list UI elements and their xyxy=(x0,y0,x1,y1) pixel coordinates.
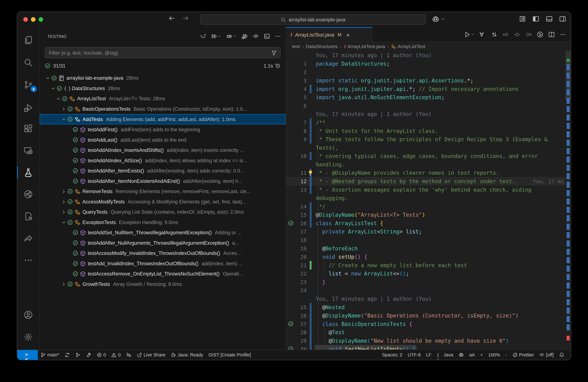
inline-blame-line[interactable]: You, 17 minutes ago | 1 author (You) xyxy=(286,295,571,303)
test-tree-item[interactable]: testAddFirst()addFirst(item) adds to the… xyxy=(40,124,286,135)
chevron-down-icon[interactable] xyxy=(60,117,67,121)
previous-change-button[interactable] xyxy=(503,31,509,38)
code-line-14[interactable]: 14 */ xyxy=(286,202,571,211)
current-change-button[interactable] xyxy=(514,31,520,38)
code-line-19[interactable]: 19 @BeforeEach xyxy=(286,244,571,253)
close-window-button[interactable] xyxy=(23,17,28,22)
panel-left-icon[interactable] xyxy=(532,15,539,22)
activity-bar-item-task-explorer[interactable] xyxy=(17,209,39,224)
code-line-12[interactable]: 12 * - @Nested groups tests by the metho… xyxy=(286,177,571,186)
status-warnings[interactable]: 0 xyxy=(109,350,123,360)
navigate-forward-button[interactable] xyxy=(182,15,189,22)
chevron-right-icon[interactable] xyxy=(60,189,67,194)
tab-arraylisttest-java[interactable]: J ArrayListTest.java M × xyxy=(286,27,372,42)
panel-right-icon[interactable] xyxy=(559,15,566,22)
show-output-button[interactable] xyxy=(264,33,270,39)
code-line-13[interactable]: 13 * - Assertion messages explain the 'w… xyxy=(286,185,571,194)
chevron-down-icon[interactable] xyxy=(44,76,51,80)
status-watcher-off[interactable]: [off] xyxy=(537,350,556,360)
code-line-9[interactable]: 9 * These tests follow the principles of… xyxy=(286,135,571,143)
more-actions-button[interactable] xyxy=(275,33,281,39)
activity-bar-item-source-control[interactable]: 6 xyxy=(17,78,39,92)
code-line-16[interactable]: 16class ArrayListTest { xyxy=(286,219,571,228)
run-all-tests-file-button[interactable]: ∀ xyxy=(480,31,486,38)
minimize-window-button[interactable] xyxy=(31,17,36,22)
code-line-17[interactable]: 17 private ArrayList<String> list; xyxy=(286,227,571,236)
code-line-10[interactable]: 10 * covering typical cases, edge cases,… xyxy=(286,152,571,160)
status-zoom-level[interactable]: 100% xyxy=(485,350,503,360)
code-line-26[interactable]: 26 @DisplayName("Basic Operations (Const… xyxy=(286,311,571,320)
code-editor[interactable]: You, 17 minutes ago | 1 author (You)1pac… xyxy=(286,51,571,350)
test-tree-item[interactable]: testAddSet_NullItem_ThrowsIllegalArgumen… xyxy=(40,227,286,238)
test-tree-item[interactable]: AccessModifyTestsAccessing & Modifying E… xyxy=(40,197,286,207)
breadcrumb-item[interactable]: JArrayListTest.java xyxy=(343,44,385,49)
layout-icon[interactable] xyxy=(519,15,526,22)
code-line-21[interactable]: 21 // Create a new empty list before eac… xyxy=(286,261,571,269)
more-editor-actions-button[interactable] xyxy=(560,31,566,38)
navigate-back-button[interactable] xyxy=(168,15,175,22)
code-line-4[interactable]: 4import org.junit.jupiter.api.*; // Impo… xyxy=(286,85,571,93)
compare-changes-button[interactable] xyxy=(491,31,498,38)
code-line-15[interactable]: 15@DisplayName("ArrayList<T> Tests") xyxy=(286,211,571,219)
status-copilot-status[interactable] xyxy=(456,350,466,360)
status-encoding[interactable]: UTF-8 xyxy=(405,350,423,360)
filter-icon[interactable] xyxy=(271,50,277,56)
split-editor-button[interactable] xyxy=(548,31,555,38)
activity-bar-item-explorer[interactable] xyxy=(17,33,39,47)
breadcrumb-item[interactable]: DataStructures xyxy=(306,44,338,49)
code-line[interactable]: debugging. xyxy=(286,194,571,202)
chevron-right-icon[interactable] xyxy=(60,282,67,286)
status-indentation[interactable]: Spaces: 2 xyxy=(379,350,405,360)
code-line-8[interactable]: 8 * Unit tests for the ArrayList class. xyxy=(286,127,571,135)
run-java-button[interactable] xyxy=(464,31,475,38)
status-git-branch[interactable]: main* xyxy=(38,350,62,360)
status-errors[interactable]: 0 xyxy=(94,350,108,360)
status-gist-profile[interactable]: GIST [Create Profile] xyxy=(206,350,253,360)
test-tree-item[interactable]: testAddLast()addLast(item) adds to the e… xyxy=(40,135,286,145)
code-line-1[interactable]: 1package DataStructures; xyxy=(286,60,571,68)
close-tab-icon[interactable]: × xyxy=(346,32,350,38)
run-tests-with-coverage-button[interactable] xyxy=(242,33,248,39)
test-tree-item[interactable]: { }DataStructures28ms xyxy=(40,83,286,94)
open-graph-button[interactable] xyxy=(537,31,544,38)
code-line-20[interactable]: 20 void setUp() { xyxy=(286,253,571,261)
chevron-right-icon[interactable] xyxy=(60,107,67,111)
test-filter-input[interactable] xyxy=(45,50,271,56)
code-line-18[interactable]: 18 xyxy=(286,236,571,244)
status-commit-graph[interactable] xyxy=(72,350,83,360)
code-line-2[interactable]: 2 xyxy=(286,68,571,76)
breadcrumb-item[interactable]: ArrayListTest xyxy=(391,44,425,49)
inline-blame-line[interactable]: You, 17 minutes ago | 1 author (You) xyxy=(286,110,571,118)
test-tree-item[interactable]: testAccessModify_InvalidIndex_ThrowsInde… xyxy=(40,248,286,258)
status-eol[interactable]: LF xyxy=(423,350,434,360)
inline-blame-line[interactable]: You, 17 minutes ago | 1 author (You) xyxy=(286,51,571,60)
status-language-mode[interactable]: { }Java xyxy=(434,350,456,360)
code-line-23[interactable]: 23 } xyxy=(286,278,571,286)
continuous-run-button[interactable] xyxy=(253,33,259,39)
code-line-25[interactable]: 25 @Nested xyxy=(286,303,571,311)
status-java-status[interactable]: Java: Ready xyxy=(168,350,206,360)
panel-bottom-icon[interactable] xyxy=(546,15,553,22)
activity-bar-item-search[interactable] xyxy=(17,55,39,70)
code-line-3[interactable]: 3import static org.junit.jupiter.api.Ass… xyxy=(286,76,571,85)
copilot-menu-button[interactable] xyxy=(432,15,445,23)
lightbulb-icon[interactable] xyxy=(307,170,314,176)
status-font-switcher[interactable]: aA xyxy=(466,350,478,360)
test-tree-item[interactable]: testAccessRemove_OnEmptyList_ThrowsNoSuc… xyxy=(40,269,286,279)
chevron-down-icon[interactable] xyxy=(60,220,67,225)
activity-bar-item-testing[interactable] xyxy=(17,165,39,180)
status-zoom-out[interactable]: - xyxy=(503,350,509,360)
code-line-6[interactable]: 6 xyxy=(286,101,571,110)
test-tree-item[interactable]: arraylist-lab-example-java28ms xyxy=(40,73,286,83)
code-line-29[interactable]: 29 @DisplayName("New list should be empt… xyxy=(286,337,571,345)
status-remote-indicator[interactable]: >< xyxy=(17,350,38,360)
status-notifications[interactable] xyxy=(556,350,567,360)
test-tree-item[interactable]: testAddAtIndex_AtSize()add(index, item) … xyxy=(40,155,286,166)
activity-bar-item-extensions[interactable] xyxy=(17,121,39,136)
code-line-7[interactable]: 7/** xyxy=(286,118,571,127)
test-tree-item[interactable]: testAddAtIndex_InsertsAndShifts()add(ind… xyxy=(40,145,286,155)
rerun-history-icon[interactable] xyxy=(275,63,281,68)
status-git-sync[interactable] xyxy=(62,350,72,360)
status-live-share[interactable]: Live Share xyxy=(134,350,168,360)
code-line-11[interactable]: 11 * - @DisplayName provides clearer nam… xyxy=(286,169,571,177)
